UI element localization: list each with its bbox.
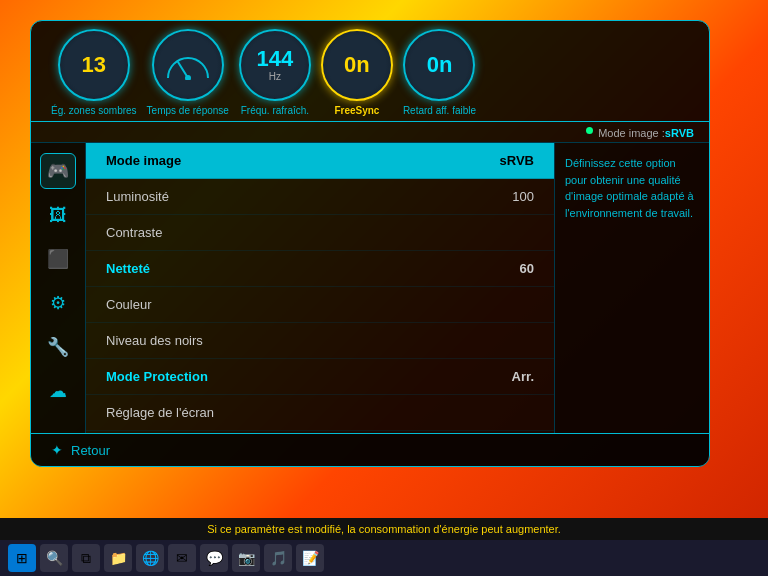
mode-header-label: Mode image : [598,127,665,139]
metrics-bar: 13 Ég. zones sombres Temps de réponse 14… [31,21,709,122]
taskview-button[interactable]: ⧉ [72,544,100,572]
refresh-rate-value: 144 [257,48,294,70]
sidebar-icon-picture[interactable]: 🖼 [40,197,76,233]
refresh-rate-dial: 144 Hz [239,29,311,101]
dark-zones-value: 13 [82,54,106,76]
menu-item-reglage-ecran[interactable]: Réglage de l'écran [86,395,554,431]
metric-response-time[interactable]: Temps de réponse [147,29,229,116]
metric-low-latency[interactable]: 0n Retard aff. faible [403,29,476,116]
sidebar-icon-gaming[interactable]: 🎮 [40,153,76,189]
menu-item-niveau-noirs-label: Niveau des noirs [106,333,203,348]
search-button[interactable]: 🔍 [40,544,68,572]
mail-button[interactable]: ✉ [168,544,196,572]
mode-image-header: Mode image : sRVB [31,122,709,143]
start-button[interactable]: ⊞ [8,544,36,572]
menu-item-reglage-ecran-label: Réglage de l'écran [106,405,214,420]
nav-back-icon: ✦ [51,442,63,458]
menu-item-mode-protection-label: Mode Protection [106,369,208,384]
menu-item-nettete-value: 60 [520,261,534,276]
response-time-dial [152,29,224,101]
bottom-nav[interactable]: ✦ Retour [31,433,709,466]
taskbar: ⊞ 🔍 ⧉ 📁 🌐 ✉ 💬 📷 🎵 📝 [0,540,768,576]
metric-refresh-rate[interactable]: 144 Hz Fréqu. rafraîch. [239,29,311,116]
osd-panel: 13 Ég. zones sombres Temps de réponse 14… [30,20,710,467]
menu-item-contraste-label: Contraste [106,225,162,240]
metric-dark-zones[interactable]: 13 Ég. zones sombres [51,29,137,116]
sidebar: 🎮 🖼 ⬛ ⚙ 🔧 ☁ [31,143,86,433]
menu-item-luminosite-label: Luminosité [106,189,169,204]
freesync-label: FreeSync [334,105,379,116]
menu-item-couleur[interactable]: Couleur [86,287,554,323]
description-text: Définissez cette option pour obtenir une… [565,157,694,219]
mode-header-value: sRVB [665,127,694,139]
description-panel: Définissez cette option pour obtenir une… [554,143,709,433]
menu-item-luminosite-value: 100 [512,189,534,204]
info-bar: Si ce paramètre est modifié, la consomma… [0,518,768,540]
menu-item-mode-image-value: sRVB [500,153,534,168]
nav-back-label: Retour [71,443,110,458]
low-latency-label: Retard aff. faible [403,105,476,116]
refresh-rate-unit: Hz [269,71,281,82]
speedometer-svg [163,50,213,80]
dark-zones-label: Ég. zones sombres [51,105,137,116]
main-content: 🎮 🖼 ⬛ ⚙ 🔧 ☁ Mode image sRVB Luminosité 1… [31,143,709,433]
menu-item-luminosite[interactable]: Luminosité 100 [86,179,554,215]
menu-item-mode-protection[interactable]: Mode Protection Arr. [86,359,554,395]
low-latency-dial: 0n [403,29,475,101]
dark-zones-dial: 13 [58,29,130,101]
low-latency-value: 0n [427,54,453,76]
sidebar-icon-settings[interactable]: ⚙ [40,285,76,321]
menu-item-couleur-label: Couleur [106,297,152,312]
freesync-dial: 0n [321,29,393,101]
response-time-label: Temps de réponse [147,105,229,116]
menu-item-contraste[interactable]: Contraste [86,215,554,251]
sidebar-icon-cloud[interactable]: ☁ [40,373,76,409]
music-button[interactable]: 🎵 [264,544,292,572]
menu-item-mode-image[interactable]: Mode image sRVB [86,143,554,179]
browser-button[interactable]: 🌐 [136,544,164,572]
explorer-button[interactable]: 📁 [104,544,132,572]
sidebar-icon-display[interactable]: ⬛ [40,241,76,277]
sidebar-icon-tools[interactable]: 🔧 [40,329,76,365]
menu-item-nettete-label: Netteté [106,261,150,276]
notes-button[interactable]: 📝 [296,544,324,572]
status-dot [586,127,593,134]
menu-list: Mode image sRVB Luminosité 100 Contraste… [86,143,554,433]
info-bar-text: Si ce paramètre est modifié, la consomma… [207,523,561,535]
menu-item-mode-protection-value: Arr. [512,369,534,384]
menu-item-niveau-noirs[interactable]: Niveau des noirs [86,323,554,359]
menu-item-nettete[interactable]: Netteté 60 [86,251,554,287]
menu-item-mode-image-label: Mode image [106,153,181,168]
photos-button[interactable]: 📷 [232,544,260,572]
metric-freesync[interactable]: 0n FreeSync [321,29,393,116]
refresh-rate-label: Fréqu. rafraîch. [241,105,309,116]
teams-button[interactable]: 💬 [200,544,228,572]
freesync-value: 0n [344,54,370,76]
